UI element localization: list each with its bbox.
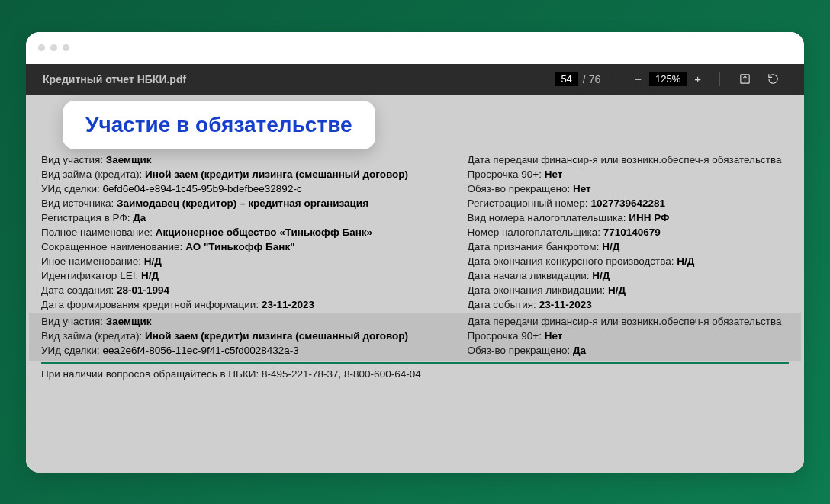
field-value: Иной заем (кредит)и лизинга (смешанный д… (145, 169, 408, 180)
field-row: Дата окончания конкурсного производства:… (468, 254, 789, 268)
pdf-page: Вид участия: ЗаемщикВид займа (кредита):… (29, 146, 801, 390)
traffic-light-close[interactable] (38, 44, 45, 51)
obligation-block-1: Вид участия: ЗаемщикВид займа (кредита):… (41, 152, 789, 312)
traffic-light-zoom[interactable] (63, 44, 69, 51)
field-label: Дата события: (468, 299, 539, 310)
field-row: Вид займа (кредита): Иной заем (кредит)и… (41, 167, 468, 181)
field-label: Регистрационный номер: (468, 197, 591, 209)
field-label: Сокращенное наименование: (41, 241, 185, 252)
field-value: Заемщик (106, 316, 152, 327)
field-label: Просрочка 90+: (468, 330, 545, 342)
field-value: Заемщик (106, 154, 152, 165)
field-row: Обяз-во прекращено: Да (468, 343, 789, 358)
field-row: Дата передачи финансир-я или возникн.обе… (468, 314, 789, 329)
field-value: Н/Д (592, 270, 610, 281)
field-value: 28-01-1994 (117, 284, 169, 296)
field-row: Регистрационный номер: 1027739642281 (468, 196, 789, 210)
zoom-in-button[interactable]: + (694, 72, 701, 85)
field-row: Вид участия: Заемщик (41, 152, 468, 167)
field-label: Вид номера налогоплательщика: (468, 212, 629, 223)
field-row: Регистрация в РФ: Да (41, 210, 468, 225)
field-value: 23-11-2023 (262, 299, 314, 310)
field-label: Просрочка 90+: (468, 169, 545, 180)
field-value: Н/Д (608, 284, 626, 296)
footer-contact: При наличии вопросов обращайтесь в НБКИ:… (41, 367, 789, 381)
field-row: Иное наименование: Н/Д (41, 254, 468, 268)
field-label: Вид источника: (41, 197, 117, 209)
field-label: Обяз-во прекращено: (468, 183, 573, 194)
field-value: 1027739642281 (590, 197, 665, 209)
page-current-input[interactable]: 54 (555, 72, 577, 86)
field-row: Номер налогоплательщика: 7710140679 (468, 225, 789, 239)
page-separator: / 76 (583, 73, 600, 85)
field-value: АО "Тинькофф Банк" (185, 241, 294, 252)
field-value: Нет (545, 330, 563, 342)
field-label: Идентификатор LEI: (41, 270, 141, 281)
field-label: Дата признания банкротом: (468, 241, 603, 252)
rotate-button[interactable] (767, 72, 780, 85)
field-value: Да (133, 212, 146, 223)
toolbar-separator (616, 72, 616, 86)
fit-page-button[interactable] (738, 72, 751, 85)
field-row: Дата признания банкротом: Н/Д (468, 239, 789, 254)
field-row: Дата начала ликвидации: Н/Д (468, 268, 789, 283)
field-label: Полное наименование: (41, 226, 156, 238)
field-value: Н/Д (141, 270, 159, 281)
field-label: Вид займа (кредита): (41, 169, 145, 180)
pdf-toolbar: Кредитный отчет НБКИ.pdf 54 / 76 − 125% … (26, 64, 804, 95)
field-value: 7710140679 (603, 226, 661, 238)
field-label: Дата начала ликвидации: (468, 270, 593, 281)
field-row: Идентификатор LEI: Н/Д (41, 268, 468, 283)
field-label: Иное наименование: (41, 255, 144, 267)
field-label: Вид займа (кредита): (41, 330, 145, 342)
field-row: Вид номера налогоплательщика: ИНН РФ (468, 210, 789, 225)
traffic-light-minimize[interactable] (50, 44, 57, 51)
field-value: Нет (573, 183, 591, 194)
field-value: eea2e6f4-8056-11ec-9f41-c5fd0028432a-3 (102, 345, 298, 356)
field-value: Акционерное общество «Тинькофф Банк» (156, 226, 372, 238)
field-value: Да (573, 345, 586, 356)
document-title: Кредитный отчет НБКИ.pdf (43, 73, 186, 85)
field-value: Заимодавец (кредитор) – кредитная органи… (117, 197, 368, 209)
field-label: Регистрация в РФ: (41, 212, 133, 223)
field-label: Вид участия: (41, 316, 106, 327)
field-label: УИд сделки: (41, 183, 102, 194)
field-value: Н/Д (144, 255, 162, 267)
field-label: Дата окончания конкурсного производства: (468, 255, 677, 267)
field-row: Вид займа (кредита): Иной заем (кредит)и… (41, 329, 468, 343)
field-row: Просрочка 90+: Нет (468, 329, 789, 343)
field-row: Вид источника: Заимодавец (кредитор) – к… (41, 196, 468, 210)
zoom-level[interactable]: 125% (649, 72, 687, 86)
page-total: 76 (589, 73, 601, 85)
fit-page-icon (738, 72, 751, 85)
field-row: Дата создания: 28-01-1994 (41, 283, 468, 297)
field-label: Дата передачи финансир-я или возникн.обе… (468, 154, 782, 165)
field-value: Н/Д (677, 255, 694, 267)
field-value: Иной заем (кредит)и лизинга (смешанный д… (145, 330, 408, 342)
field-value: 6efd6e04-e894-1c45-95b9-bdefbee32892-c (102, 183, 301, 194)
app-window: Кредитный отчет НБКИ.pdf 54 / 76 − 125% … (26, 32, 804, 473)
toolbar-separator (719, 72, 720, 86)
field-row: Дата формирования кредитной информации: … (41, 297, 468, 312)
footer-divider (41, 362, 789, 364)
field-label: Номер налогоплательщика: (468, 226, 603, 238)
field-value: Н/Д (602, 241, 619, 252)
field-value: ИНН РФ (629, 212, 669, 223)
obligation-block-2: Вид участия: ЗаемщикВид займа (кредита):… (29, 313, 801, 361)
zoom-out-button[interactable]: − (635, 72, 642, 85)
field-row: УИд сделки: eea2e6f4-8056-11ec-9f41-c5fd… (41, 343, 468, 358)
field-row: Дата окончания ликвидации: Н/Д (468, 283, 789, 297)
field-row: Дата передачи финансир-я или возникн.обе… (468, 152, 789, 167)
pdf-viewport[interactable]: Участие в обязательстве Вид участия: Зае… (26, 95, 804, 473)
window-titlebar (26, 32, 804, 64)
field-label: Дата окончания ликвидации: (468, 284, 609, 296)
section-heading-callout: Участие в обязательстве (63, 101, 375, 149)
field-row: Сокращенное наименование: АО "Тинькофф Б… (41, 239, 468, 254)
field-row: Обяз-во прекращено: Нет (468, 181, 789, 196)
field-row: УИд сделки: 6efd6e04-e894-1c45-95b9-bdef… (41, 181, 468, 196)
field-row: Дата события: 23-11-2023 (468, 297, 789, 312)
field-value: 23-11-2023 (539, 299, 592, 310)
field-label: УИд сделки: (41, 345, 102, 356)
field-row: Вид участия: Заемщик (41, 314, 468, 329)
field-row: Просрочка 90+: Нет (468, 167, 789, 181)
